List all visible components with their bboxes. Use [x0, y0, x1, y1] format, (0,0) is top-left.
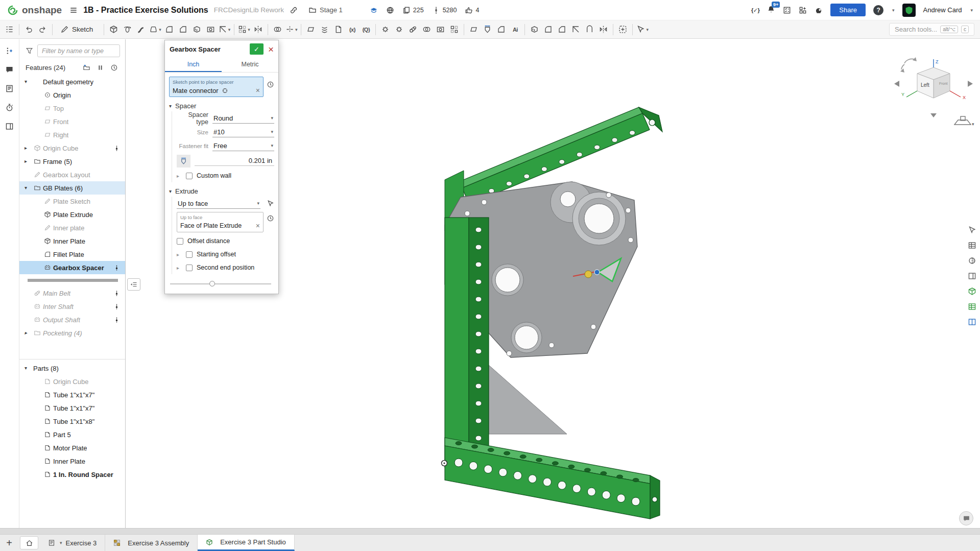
feature-origin-cube[interactable]: ▸ Origin Cube [19, 141, 125, 155]
feature-inter-shaft[interactable]: Inter Shaft [19, 300, 125, 313]
bom-table-icon[interactable] [968, 241, 976, 250]
ai-tool[interactable]: Ai [508, 22, 522, 37]
frame-generator-tool[interactable] [447, 22, 461, 37]
part-part-5[interactable]: Part 5 [19, 428, 125, 441]
plane-tool[interactable] [304, 22, 318, 37]
feature-pocketing-folder[interactable]: ▸ Pocketing (4) [19, 326, 125, 340]
select-filter-icon[interactable] [968, 226, 976, 234]
copy-link-icon[interactable] [290, 6, 298, 14]
new-folder-icon[interactable] [83, 64, 90, 71]
selection-history-icon[interactable] [267, 81, 274, 88]
loft-tool[interactable]: ▾ [148, 22, 162, 37]
feature-list-icon[interactable] [3, 22, 16, 37]
feature-top-plane[interactable]: Top [19, 102, 125, 115]
second-end-checkbox[interactable] [186, 265, 193, 271]
cancel-button[interactable]: × [268, 44, 274, 54]
feature-plate-sketch[interactable]: Plate Sketch [19, 195, 125, 208]
feature-gearbox-spacer[interactable]: Gearbox Spacer [19, 261, 125, 274]
add-tab-button[interactable]: + [0, 535, 18, 551]
face-history-icon[interactable] [267, 214, 274, 222]
search-tools[interactable]: Search tools... alt/⌥ c [889, 23, 974, 36]
display-states-icon[interactable] [968, 302, 976, 311]
tasks-icon[interactable] [783, 6, 791, 14]
clear-selection-icon[interactable]: × [256, 86, 260, 94]
filter-icon[interactable] [26, 47, 33, 55]
performance-icon[interactable] [5, 103, 14, 112]
sketch-point-selection[interactable]: Sketch point to place spacer Mate connec… [169, 77, 264, 97]
versions-history-icon[interactable] [5, 46, 14, 55]
tab-exercise-3-assembly[interactable]: Exercise 3 Assembly [105, 535, 198, 551]
spacer-section-header[interactable]: ▾Spacer [169, 102, 274, 110]
chamfer-tool[interactable] [176, 22, 190, 37]
rib-tool[interactable]: ▾ [218, 22, 232, 37]
linear-pattern-tool[interactable]: ▾ [237, 22, 251, 37]
sheet-metal-corner-tool[interactable] [569, 22, 583, 37]
comments-icon[interactable] [5, 65, 14, 74]
offset-distance-row[interactable]: Offset distance [177, 234, 274, 248]
helix-tool[interactable] [318, 22, 331, 37]
sheet-metal-finish-tool[interactable] [596, 22, 610, 37]
main-menu-icon[interactable] [69, 6, 78, 14]
views-stat[interactable]: 5280 [432, 6, 457, 14]
fillet-tool[interactable] [162, 22, 176, 37]
feature-gb-plates-folder[interactable]: ▾ GB Plates (6) [19, 181, 125, 195]
redo-button[interactable] [36, 22, 50, 37]
spacer-generator-tool[interactable] [481, 22, 494, 37]
part-inner-plate[interactable]: Inner Plate [19, 454, 125, 468]
plate-generator-tool[interactable] [467, 22, 481, 37]
avatar[interactable] [902, 4, 916, 17]
feature-frame-folder[interactable]: ▸ Frame (5) [19, 155, 125, 168]
boolean-tool[interactable] [271, 22, 284, 37]
mate-connector-tool[interactable] [616, 22, 630, 37]
feature-plate-extrude[interactable]: Plate Extrude [19, 208, 125, 221]
feature-inner-plate-sketch[interactable]: Inner plate [19, 221, 125, 234]
feature-front-plane[interactable]: Front [19, 115, 125, 128]
feature-fillet-plate[interactable]: Fillet Plate [19, 248, 125, 261]
section-view-icon[interactable] [968, 256, 976, 265]
up-to-face-selection[interactable]: Up to face Face of Plate Extrude × [177, 212, 264, 232]
rollback-bar[interactable] [19, 274, 125, 286]
mirror-tool[interactable] [251, 22, 265, 37]
help-chat-button[interactable] [959, 511, 973, 525]
end-type-select[interactable]: Up to face▾ [177, 199, 260, 209]
feature-default-geometry[interactable]: ▾ Default geometry [19, 75, 125, 88]
split-tool[interactable]: ▾ [284, 22, 299, 37]
help-button[interactable]: ? [873, 5, 883, 15]
custom-wall-row[interactable]: ▸ Custom wall [177, 169, 274, 182]
copies-stat[interactable]: 225 [402, 6, 424, 14]
regen-time-icon[interactable] [110, 64, 118, 71]
part-tube-1x1x7-a[interactable]: Tube 1"x1"x7" [19, 388, 125, 401]
offset-distance-checkbox[interactable] [177, 238, 183, 245]
vertical-tube[interactable] [445, 218, 489, 467]
diameter-field[interactable]: 0.201 in [195, 156, 274, 166]
shell-tool[interactable] [190, 22, 204, 37]
sketch-button[interactable]: Sketch [55, 22, 101, 37]
gear-generator-tool[interactable] [378, 22, 392, 37]
part-tube-1x1x8[interactable]: Tube 1"x1"x8" [19, 415, 125, 428]
sheet-metal-tab-tool[interactable] [555, 22, 569, 37]
pulley-generator-tool[interactable] [420, 22, 434, 37]
custom-wall-checkbox[interactable] [186, 173, 193, 179]
feature-right-plane[interactable]: Right [19, 128, 125, 141]
origin-marker[interactable] [442, 461, 447, 466]
size-select[interactable]: #10▾ [212, 127, 274, 137]
fastener-fit-select[interactable]: Free▾ [212, 141, 274, 151]
clear-face-icon[interactable]: × [256, 222, 260, 230]
user-menu-caret-icon[interactable]: ▾ [970, 8, 973, 13]
second-end-row[interactable]: ▸ Second end position [177, 261, 274, 274]
face-picker-icon[interactable] [267, 200, 274, 207]
belt-generator-tool[interactable] [406, 22, 420, 37]
sweep-tool[interactable] [134, 22, 148, 37]
named-views-icon[interactable] [968, 272, 976, 280]
parts-section-header[interactable]: ▾ Parts (8) [19, 362, 125, 375]
feature-main-belt[interactable]: Main Belt [19, 286, 125, 300]
appearance-panel-icon[interactable] [968, 287, 976, 296]
tab-inch[interactable]: Inch [165, 58, 222, 72]
tab-exercise-3-part-studio[interactable]: Exercise 3 Part Studio [198, 535, 295, 551]
import-derived-tool[interactable] [331, 22, 345, 37]
feature-origin[interactable]: Origin [19, 88, 125, 102]
sheet-metal-model-tool[interactable] [528, 22, 541, 37]
part-tube-1x1x7-b[interactable]: Tube 1"x1"x7" [19, 401, 125, 415]
panels-icon[interactable] [5, 122, 14, 131]
filter-input[interactable] [37, 44, 120, 57]
